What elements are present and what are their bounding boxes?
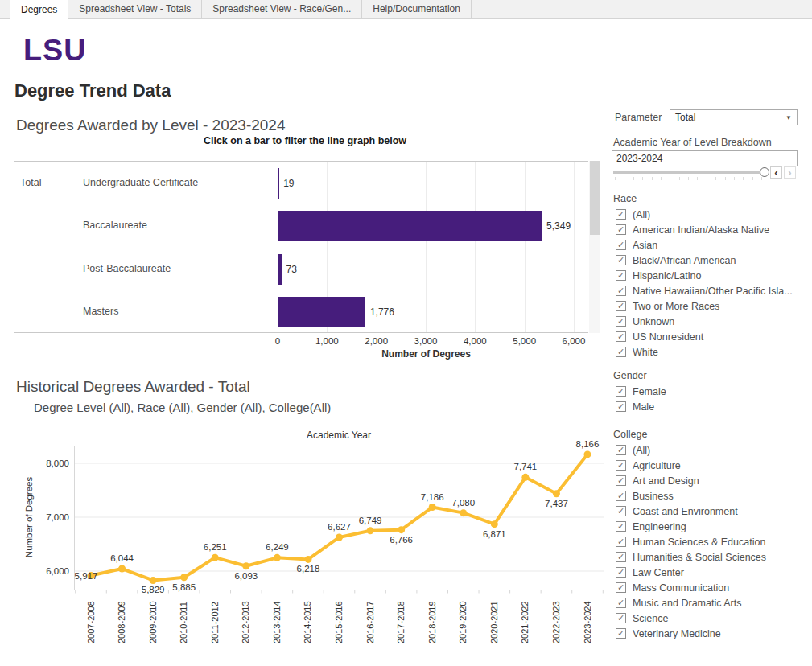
filter-item-hispanic-latino[interactable]: ✓Hispanic/Latino <box>613 268 793 283</box>
data-point[interactable] <box>274 554 281 561</box>
x-tick-label: 2013-2014 <box>272 601 282 643</box>
bar-baccalaureate[interactable] <box>278 211 542 241</box>
data-point[interactable] <box>584 450 591 458</box>
filter-item-art-and-design[interactable]: ✓Art and Design <box>613 473 766 488</box>
checkbox-checked-icon[interactable]: ✓ <box>616 240 626 250</box>
data-point[interactable] <box>553 490 560 497</box>
checkbox-checked-icon[interactable]: ✓ <box>616 521 626 532</box>
filter-item-native-hawaiian-other-pacific-isla[interactable]: ✓Native Hawaiian/Other Pacific Isla... <box>613 283 793 298</box>
bar-masters[interactable] <box>278 297 366 327</box>
data-point[interactable] <box>521 474 529 481</box>
data-point[interactable] <box>491 520 498 528</box>
data-point[interactable] <box>429 504 436 511</box>
data-point[interactable] <box>304 556 311 563</box>
checkbox-checked-icon[interactable]: ✓ <box>616 628 626 639</box>
filter-group-race: Race✓(All)✓American Indian/Alaska Native… <box>613 193 793 360</box>
year-filter-input[interactable] <box>612 150 798 166</box>
data-point[interactable] <box>398 526 405 533</box>
checkbox-checked-icon[interactable]: ✓ <box>616 347 626 357</box>
checkbox-checked-icon[interactable]: ✓ <box>616 552 626 562</box>
tab-help-documentation[interactable]: Help/Documentation <box>362 0 472 18</box>
filter-item-black-african-american[interactable]: ✓Black/African American <box>613 253 793 268</box>
data-point[interactable] <box>212 554 219 561</box>
checkbox-checked-icon[interactable]: ✓ <box>616 331 626 342</box>
x-tick-label: 2008-2009 <box>117 601 126 643</box>
checkbox-checked-icon[interactable]: ✓ <box>616 270 626 281</box>
filter-item-coast-and-environment[interactable]: ✓Coast and Environment <box>613 504 766 519</box>
filter-item-label: Unknown <box>633 316 674 327</box>
checkbox-checked-icon[interactable]: ✓ <box>616 491 626 501</box>
parameter-dropdown[interactable]: Total ▼ <box>670 109 798 125</box>
checkbox-checked-icon[interactable]: ✓ <box>616 301 626 311</box>
bar-undergraduate-certificate[interactable] <box>278 168 279 199</box>
scrollbar-thumb[interactable] <box>590 161 600 235</box>
checkbox-checked-icon[interactable]: ✓ <box>616 401 626 412</box>
checkbox-checked-icon[interactable]: ✓ <box>616 613 626 623</box>
filter-item-white[interactable]: ✓White <box>613 344 793 360</box>
filter-item-label: US Nonresident <box>633 331 703 343</box>
slider-next-button[interactable]: › <box>784 166 796 179</box>
checkbox-checked-icon[interactable]: ✓ <box>616 506 626 516</box>
filter-item-law-center[interactable]: ✓Law Center <box>613 565 766 580</box>
checkbox-checked-icon[interactable]: ✓ <box>616 255 626 265</box>
data-point-label: 7,741 <box>513 462 537 471</box>
filter-item-business[interactable]: ✓Business <box>613 488 766 504</box>
data-point[interactable] <box>118 565 126 573</box>
data-point[interactable] <box>460 509 467 516</box>
line-chart: Academic YearNumber of Degrees6,0007,000… <box>0 425 612 666</box>
slider-tick-mark <box>615 177 616 180</box>
filter-item-mass-communication[interactable]: ✓Mass Communication <box>613 580 766 595</box>
filter-item-all[interactable]: ✓(All) <box>613 207 793 222</box>
checkbox-checked-icon[interactable]: ✓ <box>616 460 626 471</box>
bar-post-baccalaureate[interactable] <box>278 254 282 285</box>
year-slider-handle[interactable] <box>760 167 769 177</box>
bar-category-label: Baccalaureate <box>83 220 147 231</box>
data-point-label: 5,917 <box>75 571 98 581</box>
filter-item-label: Engineering <box>633 521 686 532</box>
data-point-label: 7,080 <box>451 498 475 508</box>
checkbox-checked-icon[interactable]: ✓ <box>616 286 626 296</box>
x-tick-label: 2017-2018 <box>396 601 406 643</box>
checkbox-checked-icon[interactable]: ✓ <box>616 582 626 593</box>
x-tick-label: 2016-2017 <box>365 601 375 643</box>
data-point[interactable] <box>180 574 188 581</box>
checkbox-checked-icon[interactable]: ✓ <box>616 598 626 608</box>
filter-item-male[interactable]: ✓Male <box>613 399 666 414</box>
data-point[interactable] <box>336 533 343 541</box>
filter-item-engineering[interactable]: ✓Engineering <box>613 519 766 534</box>
filter-item-veterinary-medicine[interactable]: ✓Veterinary Medicine <box>613 626 766 641</box>
filter-item-science[interactable]: ✓Science <box>613 610 766 626</box>
checkbox-checked-icon[interactable]: ✓ <box>616 445 626 455</box>
slider-tick-mark <box>725 177 726 180</box>
filter-item-american-indian-alaska-native[interactable]: ✓American Indian/Alaska Native <box>613 222 793 237</box>
filter-item-humanities-social-sciences[interactable]: ✓Humanities & Social Sciences <box>613 549 766 565</box>
checkbox-checked-icon[interactable]: ✓ <box>616 536 626 547</box>
tab-spreadsheet-view-totals[interactable]: Spreadsheet View - Totals <box>68 0 202 18</box>
filter-item-asian[interactable]: ✓Asian <box>613 237 793 253</box>
checkbox-checked-icon[interactable]: ✓ <box>616 209 626 220</box>
filter-item-music-and-dramatic-arts[interactable]: ✓Music and Dramatic Arts <box>613 595 766 610</box>
filter-item-human-sciences-education[interactable]: ✓Human Sciences & Education <box>613 534 766 549</box>
filter-item-unknown[interactable]: ✓Unknown <box>613 314 793 329</box>
checkbox-checked-icon[interactable]: ✓ <box>616 224 626 235</box>
slider-prev-button[interactable]: ‹ <box>770 166 782 179</box>
axis-tick-label: 4,000 <box>451 336 499 346</box>
scrollbar[interactable] <box>589 161 600 333</box>
filter-item-agriculture[interactable]: ✓Agriculture <box>613 458 766 473</box>
data-point[interactable] <box>150 577 157 584</box>
checkbox-checked-icon[interactable]: ✓ <box>616 567 626 578</box>
filter-item-female[interactable]: ✓Female <box>613 384 666 399</box>
checkbox-checked-icon[interactable]: ✓ <box>616 316 626 327</box>
checkbox-checked-icon[interactable]: ✓ <box>616 386 626 397</box>
tab-spreadsheet-view-race-gen[interactable]: Spreadsheet View - Race/Gen... <box>202 0 362 18</box>
filter-item-label: Agriculture <box>633 460 681 471</box>
filter-item-two-or-more-races[interactable]: ✓Two or More Races <box>613 298 793 314</box>
data-point[interactable] <box>367 527 374 534</box>
checkbox-checked-icon[interactable]: ✓ <box>616 475 626 486</box>
filter-item-all[interactable]: ✓(All) <box>613 442 766 458</box>
filter-group-gender: Gender✓Female✓Male <box>613 370 666 414</box>
data-point[interactable] <box>242 562 249 569</box>
tab-degrees[interactable]: Degrees <box>10 0 68 19</box>
slider-tick-mark <box>642 177 643 180</box>
filter-item-us-nonresident[interactable]: ✓US Nonresident <box>613 329 793 344</box>
